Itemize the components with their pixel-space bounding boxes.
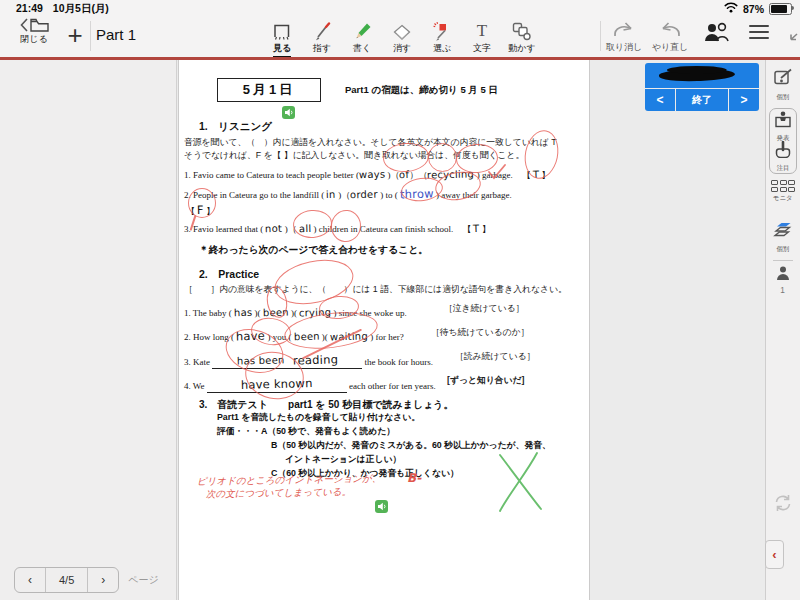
sidebar-item-label: モニタ — [773, 193, 793, 202]
listening-footnote: ＊終わったら次のページで答え合わせをすること。 — [199, 244, 428, 257]
undo-icon — [612, 17, 636, 41]
practice-3: 3. Kate has been reading the book for ho… — [184, 350, 433, 369]
tool-group: 見る 指す 書く 消す 選ぶ T 文字 — [262, 17, 542, 58]
sidebar-collapse-button[interactable]: ‹ — [765, 540, 784, 569]
monitor-grid-icon — [771, 180, 795, 192]
tool-text[interactable]: T 文字 — [462, 17, 502, 58]
practice-4-hint: [ずっと知り合いだ] — [447, 375, 524, 387]
tool-erase[interactable]: 消す — [382, 17, 422, 58]
layers-icon — [772, 220, 794, 243]
toolbar-divider — [90, 21, 91, 51]
sidebar-item-present[interactable]: 発表 — [766, 111, 800, 143]
sidebar-item-label: 注目 — [777, 163, 790, 172]
tool-view-label: 見る — [273, 42, 291, 58]
date: 10月5日(月) — [53, 2, 109, 16]
prev-student-button[interactable]: < — [645, 89, 675, 111]
back-folder-icon — [20, 18, 49, 32]
sidebar-item-individual-note[interactable]: 個別 — [766, 68, 800, 102]
tool-write-label: 書く — [353, 42, 371, 56]
tool-point-label: 指す — [313, 42, 331, 56]
prev-page-button[interactable]: ‹ — [15, 568, 45, 592]
practice-3-hint: ［読み続けている］ — [455, 351, 535, 363]
student-name-bar[interactable] — [645, 63, 759, 88]
app-window: 21:49 10月5日(月) 87% 閉じる + Part 1 見る — [0, 0, 800, 600]
tool-select-label: 選ぶ — [433, 42, 451, 56]
reading-line3: 評価・・・A（50 秒で、発音もよく読めた） — [217, 426, 395, 438]
fullscreen-button[interactable] — [789, 23, 800, 45]
move-shapes-icon — [512, 17, 532, 41]
participant-count[interactable]: 1 — [766, 266, 800, 295]
tool-point[interactable]: 指す — [302, 17, 342, 58]
sidebar-item-individual-layers[interactable]: 個別 — [766, 220, 800, 254]
person-icon — [775, 266, 791, 284]
practice-inst: ［ ］内の意味を表すように、（ ）には 1 語、下線部には適切な語句を書き入れな… — [184, 284, 567, 296]
tool-move-label: 動かす — [508, 42, 535, 56]
practice-2-hint: ［待ち続けているのか］ — [431, 327, 529, 339]
tool-view[interactable]: 見る — [262, 17, 302, 58]
sidebar-item-label: 個別 — [777, 244, 790, 253]
practice-1-hint: ［泣き続けている］ — [444, 303, 524, 315]
reading-heading: 3. 音読テスト part1 を 50 秒目標で読みましょう。 — [199, 398, 454, 412]
undo-label: 取り消し — [606, 41, 642, 54]
reading-line5: イントネーションは正しい） — [285, 454, 401, 466]
listening-inst2: そうでなければ、F を【 】に記入しなさい。聞き取れない場合は、何度も聞くこと。 — [184, 150, 524, 162]
tool-text-label: 文字 — [473, 42, 491, 56]
participants-button[interactable] — [703, 21, 731, 47]
student-selector: < 終了 > — [645, 63, 759, 111]
end-session-button[interactable]: 終了 — [676, 89, 728, 111]
battery-icon — [769, 3, 792, 15]
tool-erase-label: 消す — [393, 42, 411, 56]
audio-clip-icon[interactable] — [375, 499, 388, 512]
listening-inst1: 音源を聞いて、（ ）内に適語を入れなさい。そして各英文が本文の内容に一致していれ… — [184, 137, 557, 149]
red-check-annotation — [487, 164, 507, 184]
eraser-icon — [393, 17, 411, 41]
sidebar-item-label: 個別 — [777, 92, 790, 101]
menu-button[interactable] — [749, 25, 769, 39]
page-navigation: ‹ 4/5 › ページ — [14, 567, 159, 593]
lasso-select-icon — [433, 17, 452, 41]
page-indicator: 4/5 — [45, 568, 88, 592]
participant-count-value: 1 — [781, 285, 786, 294]
next-page-button[interactable]: › — [88, 568, 118, 592]
next-student-button[interactable]: > — [729, 89, 759, 111]
practice-4: 4. We have known each other for ten year… — [184, 374, 436, 393]
page-nav-box: ‹ 4/5 › — [14, 567, 119, 593]
status-bar: 21:49 10月5日(月) 87% — [0, 0, 800, 16]
close-button[interactable]: 閉じる — [10, 18, 58, 46]
attention-hand-icon — [775, 141, 791, 162]
undo-button[interactable]: 取り消し — [601, 17, 647, 54]
presenter-icon — [773, 111, 793, 132]
student-selector-controls: < 終了 > — [645, 89, 759, 111]
listening-heading: 1. リスニング — [199, 120, 272, 134]
green-pen-icon — [353, 17, 372, 41]
sidebar-item-monitor[interactable]: モニタ — [766, 180, 800, 203]
tool-move[interactable]: 動かす — [502, 17, 542, 58]
wifi-icon — [724, 2, 738, 15]
redo-label: やり直し — [652, 41, 689, 54]
practice-heading: 2. Practice — [199, 268, 259, 282]
text-icon: T — [477, 17, 487, 41]
sync-button[interactable] — [766, 493, 800, 517]
practice-1: 1. The baby ( has )( been )( crying ) si… — [184, 302, 407, 320]
grade-mark: B- — [407, 471, 421, 485]
clock: 21:49 — [16, 2, 43, 16]
redo-button[interactable]: やり直し — [647, 17, 693, 54]
green-x-mark — [491, 450, 549, 518]
tool-select[interactable]: 選ぶ — [422, 17, 462, 58]
canvas-area: 5月1日 Part1 の宿題は、締め切り 5 月 5 日 1. リスニング 音源… — [177, 60, 766, 600]
audio-clip-icon[interactable] — [282, 105, 295, 118]
add-page-button[interactable]: + — [62, 15, 88, 55]
toolbar: 閉じる + Part 1 見る 指す 書く 消す 選ぶ — [0, 15, 800, 57]
tool-write[interactable]: 書く — [342, 17, 382, 58]
toolbar-right-group: 取り消し やり直し — [600, 17, 800, 54]
close-label: 閉じる — [20, 33, 47, 46]
page-nav-label: ページ — [128, 573, 158, 587]
listening-q2: 2. People in Cateura go to the landfill … — [184, 184, 512, 202]
listening-q2-answer-bracket: 【 F 】 — [186, 200, 215, 218]
practice-2: 2. How long ( have ) you ( been )( waiti… — [184, 326, 404, 344]
people-icon — [703, 21, 731, 47]
sidebar-divider — [773, 260, 793, 261]
expand-icon — [789, 23, 800, 45]
redo-icon — [658, 17, 682, 41]
sidebar-item-attention[interactable]: 注目 — [766, 141, 800, 173]
